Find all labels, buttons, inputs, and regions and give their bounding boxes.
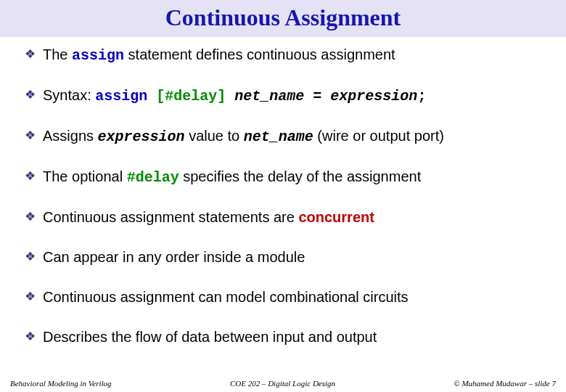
bullet-text: Continuous assignment statements are con… [43, 208, 544, 226]
syntax-netname: net_name [244, 128, 313, 145]
footer-center: COE 202 – Digital Logic Design [112, 379, 454, 388]
bullet-item: ❖ Syntax: assign [#delay] net_name = exp… [25, 86, 544, 105]
keyword-concurrent: concurrent [298, 209, 374, 225]
bullet-text: The optional #delay specifies the delay … [43, 168, 544, 187]
keyword-assign: assign [95, 88, 156, 105]
diamond-icon: ❖ [25, 48, 36, 60]
text-fragment: Syntax: [43, 87, 95, 103]
text-fragment [226, 88, 234, 105]
text-fragment: statement defines continuous assignment [124, 46, 395, 62]
text-fragment: ; [417, 88, 426, 105]
slide-title: Continuous Assignment [0, 4, 566, 31]
syntax-expression: expression [98, 128, 185, 145]
text-fragment: specifies the delay of the assignment [179, 168, 422, 184]
diamond-icon: ❖ [25, 330, 36, 343]
text-fragment: = [304, 88, 330, 105]
syntax-delay: #delay [127, 169, 179, 186]
diamond-icon: ❖ [25, 290, 36, 303]
keyword-assign: assign [72, 47, 124, 64]
bullet-item: ❖ Assigns expression value to net_name (… [25, 127, 544, 146]
bullet-text: Syntax: assign [#delay] net_name = expre… [43, 86, 544, 105]
text-fragment: The [43, 46, 72, 62]
bullet-text: Describes the flow of data between input… [43, 328, 544, 346]
content-area: ❖ The assign statement defines continuou… [0, 37, 566, 392]
diamond-icon: ❖ [25, 89, 36, 101]
diamond-icon: ❖ [25, 250, 36, 263]
diamond-icon: ❖ [25, 211, 36, 223]
footer-right: © Muhamed Mudawar – slide 7 [454, 379, 556, 388]
syntax-netname: net_name [234, 88, 304, 105]
bullet-item: ❖ The optional #delay specifies the dela… [25, 168, 544, 187]
diamond-icon: ❖ [25, 129, 36, 142]
bullet-item: ❖ Describes the flow of data between inp… [25, 328, 544, 346]
text-fragment: value to [185, 128, 244, 144]
title-band: Continuous Assignment [0, 0, 566, 37]
text-fragment: The optional [43, 168, 127, 184]
bullet-item: ❖ Continuous assignment can model combin… [25, 288, 544, 306]
text-fragment: Continuous assignment statements are [43, 209, 298, 225]
footer-left: Behavioral Modeling in Verilog [10, 379, 112, 388]
bullet-text: Continuous assignment can model combinat… [43, 288, 544, 306]
bullet-text: The assign statement defines continuous … [43, 46, 544, 65]
syntax-delay: [#delay] [156, 88, 226, 105]
bullet-text: Can appear in any order inside a module [43, 248, 544, 266]
text-fragment: (wire or output port) [313, 128, 444, 144]
bullet-text: Assigns expression value to net_name (wi… [43, 127, 544, 146]
diamond-icon: ❖ [25, 170, 36, 182]
syntax-expression: expression [330, 88, 417, 105]
bullet-item: ❖ Continuous assignment statements are c… [25, 208, 544, 226]
bullet-item: ❖ Can appear in any order inside a modul… [25, 248, 544, 266]
text-fragment: Assigns [43, 128, 98, 144]
slide: Continuous Assignment ❖ The assign state… [0, 0, 566, 392]
bullet-item: ❖ The assign statement defines continuou… [25, 46, 544, 65]
footer: Behavioral Modeling in Verilog COE 202 –… [0, 379, 566, 388]
